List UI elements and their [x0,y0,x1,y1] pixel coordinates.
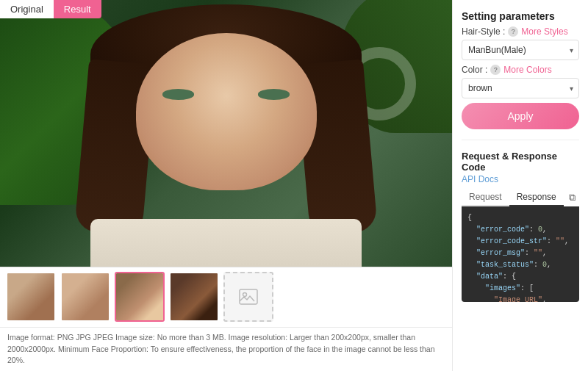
tab-original[interactable]: Original [0,0,54,18]
code-line-2: "error_code_str": "", [467,236,573,248]
tab-response[interactable]: Response [509,189,564,206]
more-styles-link[interactable]: More Styles [521,26,567,37]
upload-icon [238,287,259,307]
code-line-3: "error_msg": "", [467,248,573,259]
thumbnail-4[interactable] [169,272,219,322]
right-panel: Setting parameters Hair-Style : ? More S… [452,0,588,371]
response-section: Request & Response Code API Docs Request… [462,151,579,361]
hair-style-help[interactable]: ? [508,26,518,37]
left-panel: Original Result [0,0,452,371]
thumbnail-strip [0,267,452,327]
code-line-4: "task_status": 0, [467,259,573,271]
eye-right [258,89,290,99]
main-image-area [0,0,452,267]
upload-thumbnail[interactable] [223,272,273,322]
code-line-1: "error_code": 0, [467,224,573,236]
tab-result[interactable]: Result [54,0,101,18]
more-colors-link[interactable]: More Colors [503,65,551,75]
apply-button[interactable]: Apply [462,103,579,129]
color-select[interactable]: brown black blonde red gray white [462,78,579,98]
color-help[interactable]: ? [490,65,501,75]
code-tabs: Request Response [462,189,564,206]
code-line-7: "Image URL", [467,295,573,302]
code-line-5: "data": { [467,271,573,283]
image-tabs: Original Result [0,0,101,18]
color-select-wrapper: brown black blonde red gray white ▾ [462,78,579,98]
copy-button[interactable]: ⧉ [564,190,579,205]
code-tabs-wrapper: Request Response ⧉ [462,189,579,206]
hair-style-select-wrapper: ManBun(Male) Straight Wavy Curly Braids … [462,40,579,60]
svg-rect-0 [240,289,257,304]
eye-left [162,89,194,99]
main-image [0,0,452,267]
shirt-area [90,219,362,266]
code-block: { "error_code": 0, "error_code_str": "",… [462,206,579,302]
thumbnail-2[interactable] [60,272,110,322]
hair-style-label: Hair-Style : [462,26,505,37]
section-divider [462,140,579,140]
svg-point-1 [243,293,247,297]
code-line-0: { [467,212,573,224]
tab-request[interactable]: Request [462,189,509,206]
face-details [126,42,326,191]
thumbnail-3[interactable] [115,272,165,322]
thumbnail-1[interactable] [6,272,56,322]
hair-style-label-row: Hair-Style : ? More Styles [462,26,579,37]
code-line-6: "images": [ [467,283,573,295]
response-title: Request & Response Code [462,151,579,173]
settings-title: Setting parameters [462,10,579,22]
footer-note: Image format: PNG JPG JPEG Image size: N… [0,327,452,371]
color-label-row: Color : ? More Colors [462,65,579,75]
api-docs-link[interactable]: API Docs [462,174,579,184]
hair-style-select[interactable]: ManBun(Male) Straight Wavy Curly Braids [462,40,579,60]
color-label: Color : [462,65,487,75]
